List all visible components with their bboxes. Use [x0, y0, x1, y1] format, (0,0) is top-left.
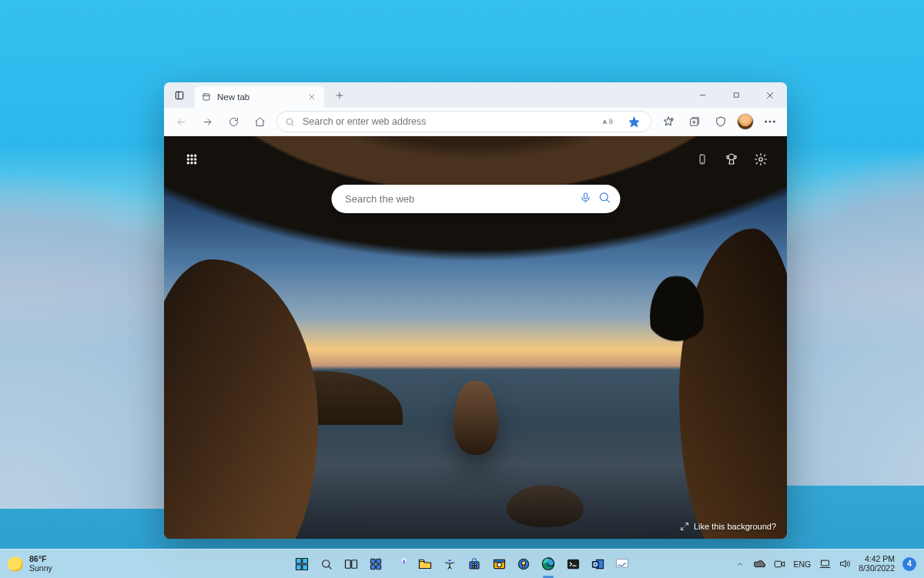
- nav-refresh-button[interactable]: [221, 110, 246, 133]
- svg-text:A: A: [602, 119, 607, 125]
- svg-rect-76: [775, 561, 782, 567]
- arrow-right-icon: [202, 116, 213, 128]
- expand-icon: [680, 522, 689, 531]
- more-icon: [764, 120, 776, 123]
- arrow-left-icon: [176, 116, 187, 128]
- tray-language[interactable]: ENG: [794, 560, 812, 569]
- notification-badge[interactable]: 4: [902, 557, 916, 571]
- camera-icon: [493, 559, 506, 570]
- window-minimize-button[interactable]: [685, 82, 719, 108]
- svg-point-33: [187, 162, 189, 163]
- browser-tab[interactable]: New tab: [195, 86, 324, 108]
- meet-now-icon: [774, 560, 785, 569]
- svg-rect-61: [474, 563, 476, 565]
- nav-forward-button[interactable]: [195, 110, 219, 133]
- weather-desc: Sunny: [29, 564, 52, 573]
- nav-home-button[interactable]: [247, 110, 272, 133]
- trophy-icon: [725, 152, 738, 166]
- svg-line-50: [329, 566, 331, 568]
- search-icon: [320, 558, 333, 570]
- collections-icon: [688, 115, 701, 128]
- address-bar[interactable]: A: [276, 111, 651, 132]
- search-icon: [285, 117, 295, 127]
- taskbar-right: ENG 4:42 PM 8/30/2022 4: [734, 555, 916, 572]
- svg-marker-80: [841, 560, 845, 567]
- like-background-label: Like this background?: [694, 522, 776, 531]
- svg-rect-48: [303, 564, 308, 570]
- svg-rect-73: [592, 561, 598, 567]
- svg-rect-69: [523, 565, 525, 567]
- new-tab-button[interactable]: [329, 85, 350, 105]
- taskbar-center: [291, 553, 633, 575]
- edge-icon: [541, 557, 555, 571]
- tips-button[interactable]: [513, 553, 534, 575]
- tray-meet-now-icon[interactable]: [774, 558, 786, 570]
- widgets-button[interactable]: [365, 553, 387, 575]
- star-plus-icon: [662, 115, 675, 128]
- terminal-icon: [567, 559, 580, 570]
- read-aloud-button[interactable]: A: [598, 110, 617, 133]
- svg-point-29: [194, 155, 196, 156]
- start-button[interactable]: [291, 553, 313, 575]
- tab-close-button[interactable]: [306, 91, 318, 103]
- window-close-button[interactable]: [753, 82, 787, 108]
- svg-point-26: [773, 121, 775, 122]
- favorites-bar-button[interactable]: [656, 110, 681, 133]
- taskbar-clock[interactable]: 4:42 PM 8/30/2022: [859, 555, 895, 572]
- svg-rect-46: [303, 558, 308, 563]
- tray-onedrive-icon[interactable]: [754, 558, 766, 570]
- ntp-mobile-button[interactable]: [693, 150, 711, 169]
- chevron-up-icon: [736, 560, 744, 568]
- camera-app-button[interactable]: [488, 553, 510, 575]
- weather-temp: 86°F: [29, 555, 52, 563]
- terminal-button[interactable]: [562, 553, 584, 575]
- store-button[interactable]: [464, 553, 485, 575]
- outlook-button[interactable]: [587, 553, 608, 575]
- svg-rect-78: [821, 560, 829, 566]
- search-icon: [598, 191, 611, 204]
- ntp-apps-button[interactable]: [182, 150, 201, 169]
- taskbar-weather[interactable]: 86°F Sunny: [8, 555, 52, 572]
- ntp-voice-button[interactable]: [579, 192, 591, 207]
- browser-essentials-button[interactable]: [708, 110, 733, 133]
- ntp-seastack: [454, 381, 498, 455]
- plus-icon: [335, 91, 344, 100]
- nav-back-button[interactable]: [169, 110, 193, 133]
- edge-browser-button[interactable]: [537, 553, 559, 575]
- accessibility-button[interactable]: [439, 553, 460, 575]
- chat-button[interactable]: [390, 553, 411, 575]
- read-aloud-icon: A: [602, 117, 614, 127]
- svg-point-34: [191, 162, 192, 163]
- favorite-button[interactable]: [624, 110, 643, 133]
- svg-rect-51: [346, 560, 351, 568]
- svg-point-39: [759, 158, 763, 162]
- tab-actions-icon: [174, 90, 185, 101]
- ntp-search-box[interactable]: [331, 185, 620, 213]
- like-background-button[interactable]: Like this background?: [680, 522, 776, 531]
- svg-line-44: [681, 527, 684, 530]
- collections-button[interactable]: [682, 110, 707, 133]
- ntp-settings-button[interactable]: [752, 150, 770, 169]
- window-maximize-button[interactable]: [719, 82, 753, 108]
- ntp-rewards-button[interactable]: [722, 150, 741, 169]
- svg-marker-17: [629, 117, 639, 127]
- svg-point-30: [187, 159, 189, 160]
- address-input[interactable]: [303, 116, 591, 127]
- ntp-search-input[interactable]: [345, 193, 573, 205]
- whiteboard-button[interactable]: [611, 553, 633, 575]
- gear-icon: [754, 152, 768, 166]
- taskbar-search-button[interactable]: [316, 553, 337, 575]
- tray-network-icon[interactable]: [819, 558, 831, 570]
- tray-volume-icon[interactable]: [839, 558, 851, 570]
- tray-chevron-button[interactable]: [734, 558, 746, 570]
- file-explorer-button[interactable]: [414, 553, 436, 575]
- svg-point-24: [765, 121, 767, 122]
- tab-actions-button[interactable]: [169, 85, 190, 105]
- accessibility-icon: [444, 558, 456, 570]
- ntp-search-button[interactable]: [598, 191, 611, 207]
- svg-rect-71: [567, 560, 578, 568]
- svg-point-65: [497, 562, 501, 566]
- settings-menu-button[interactable]: [758, 110, 782, 133]
- profile-button[interactable]: [735, 110, 756, 133]
- task-view-button[interactable]: [340, 553, 362, 575]
